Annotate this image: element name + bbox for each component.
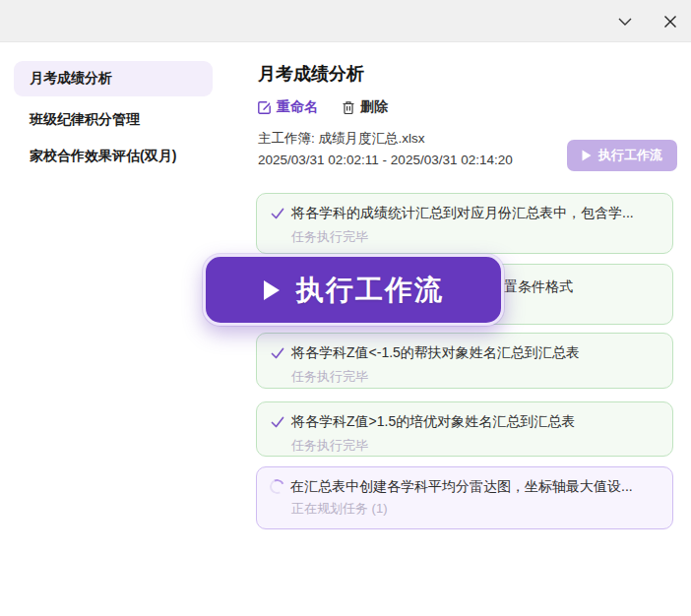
- task-card-3[interactable]: 将各学科Z值<-1.5的帮扶对象姓名汇总到汇总表 任务执行完毕: [256, 333, 673, 389]
- sidebar-item-monthly-exam-analysis[interactable]: 月考成绩分析: [14, 61, 213, 96]
- collapse-button[interactable]: [610, 8, 640, 35]
- task-status: 任务执行完毕: [291, 368, 660, 386]
- page-title: 月考成绩分析: [258, 62, 364, 86]
- check-icon: [270, 206, 285, 224]
- task-text: 将各学科Z值<-1.5的帮扶对象姓名汇总到汇总表: [291, 344, 580, 362]
- sidebar-item-label: 班级纪律积分管理: [30, 111, 140, 129]
- check-icon: [270, 414, 285, 433]
- edit-icon: [257, 100, 272, 115]
- task-text: 在汇总表中创建各学科平均分雷达图，坐标轴最大值设...: [290, 478, 633, 496]
- play-icon: [582, 150, 592, 161]
- delete-label: 删除: [360, 98, 388, 116]
- task-status: 任务执行完毕: [291, 437, 660, 455]
- sidebar-item-label: 家校合作效果评估(双月): [30, 148, 176, 165]
- sidebar-item-class-discipline-points[interactable]: 班级纪律积分管理: [14, 102, 213, 138]
- rename-label: 重命名: [277, 98, 318, 116]
- loading-spinner-icon: [270, 478, 286, 496]
- play-icon: [263, 279, 281, 301]
- task-status: 任务执行完毕: [291, 228, 660, 246]
- trash-icon: [342, 100, 355, 115]
- titlebar: [0, 0, 691, 42]
- close-icon: [661, 13, 679, 31]
- task-status: 正在规划任务 (1): [291, 500, 660, 518]
- run-workflow-overlay-label: 执行工作流: [296, 272, 444, 309]
- workflow-time-range: 2025/03/31 02:02:11 - 2025/03/31 02:14:2…: [258, 150, 513, 171]
- sidebar-item-home-school-evaluation[interactable]: 家校合作效果评估(双月): [14, 139, 213, 174]
- run-workflow-overlay-button[interactable]: 执行工作流: [203, 254, 504, 326]
- delete-button[interactable]: 删除: [342, 98, 388, 116]
- rename-button[interactable]: 重命名: [257, 98, 318, 116]
- title-actions: 重命名 删除: [257, 98, 388, 116]
- workflow-meta: 主工作簿: 成绩月度汇总.xlsx 2025/03/31 02:02:11 - …: [258, 128, 513, 171]
- task-card-5[interactable]: 在汇总表中创建各学科平均分雷达图，坐标轴最大值设... 正在规划任务 (1): [256, 466, 673, 529]
- run-workflow-label: 执行工作流: [598, 147, 662, 164]
- task-text: 将各学科Z值>1.5的培优对象姓名汇总到汇总表: [291, 413, 575, 431]
- task-text: 置条件格式: [504, 278, 573, 296]
- workbook-name: 主工作簿: 成绩月度汇总.xlsx: [258, 128, 513, 150]
- check-icon: [270, 345, 285, 364]
- task-card-1[interactable]: 将各学科的成绩统计汇总到对应月份汇总表中，包含学... 任务执行完毕: [256, 193, 673, 254]
- task-card-4[interactable]: 将各学科Z值>1.5的培优对象姓名汇总到汇总表 任务执行完毕: [256, 401, 673, 457]
- chevron-down-icon: [615, 12, 635, 31]
- workflow-panel-window: 月考成绩分析 班级纪律积分管理 家校合作效果评估(双月) 月考成绩分析 重命名 …: [0, 0, 691, 616]
- task-text: 将各学科的成绩统计汇总到对应月份汇总表中，包含学...: [291, 205, 634, 222]
- close-button[interactable]: [656, 8, 685, 35]
- sidebar-item-label: 月考成绩分析: [30, 70, 112, 88]
- run-workflow-button[interactable]: 执行工作流: [567, 140, 677, 171]
